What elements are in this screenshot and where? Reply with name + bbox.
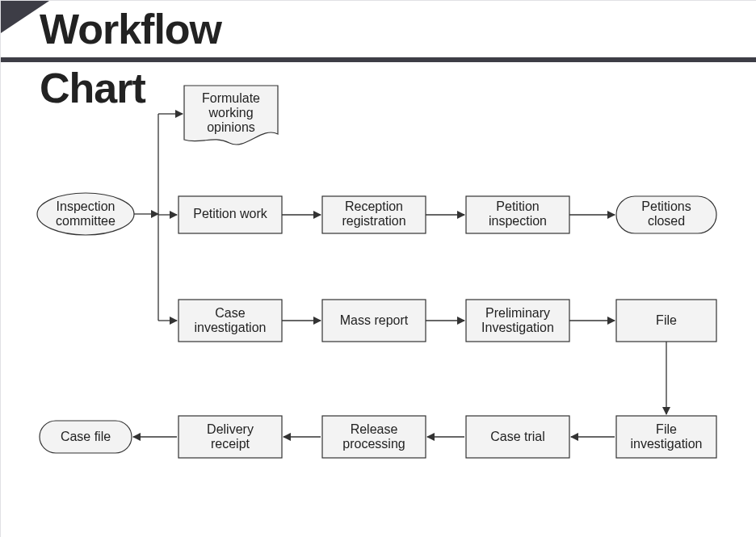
svg-text:Deliveryreceipt: Deliveryreceipt xyxy=(207,422,254,451)
svg-text:Receptionregistration: Receptionregistration xyxy=(342,199,405,228)
node-inspection-committee: Inspectioncommittee xyxy=(37,193,134,235)
node-mass-report: Mass report xyxy=(322,300,426,342)
node-delivery-receipt: Deliveryreceipt xyxy=(178,416,282,458)
svg-text:PreliminaryInvestigation: PreliminaryInvestigation xyxy=(481,306,554,334)
flowchart-canvas: Inspectioncommittee Formulateworkingopin… xyxy=(1,1,756,537)
node-case-investigation: Caseinvestigation xyxy=(178,300,282,342)
node-reception-registration: Receptionregistration xyxy=(322,196,426,233)
svg-text:Inspectioncommittee: Inspectioncommittee xyxy=(56,199,116,228)
svg-text:Petitionsclosed: Petitionsclosed xyxy=(641,199,691,228)
node-petition-work: Petition work xyxy=(178,196,282,233)
svg-text:Petitioninspection: Petitioninspection xyxy=(489,199,547,228)
node-petitions-closed: Petitionsclosed xyxy=(616,196,716,233)
svg-text:File: File xyxy=(656,313,677,327)
node-release-processing: Releaseprocessing xyxy=(322,416,426,458)
slide: Workflow Chart Inspectioncommittee Formu… xyxy=(0,0,756,537)
node-case-file: Case file xyxy=(40,421,132,453)
node-file-investigation: Fileinvestigation xyxy=(616,416,716,458)
svg-text:Formulateworkingopinions: Formulateworkingopinions xyxy=(202,91,260,134)
node-preliminary-investigation: PreliminaryInvestigation xyxy=(466,300,569,342)
node-file: File xyxy=(616,300,716,342)
node-case-trial: Case trial xyxy=(466,416,569,458)
node-petition-inspection: Petitioninspection xyxy=(466,196,569,233)
node-formulate-opinions: Formulateworkingopinions xyxy=(184,86,278,145)
svg-text:Petition work: Petition work xyxy=(193,207,268,220)
svg-text:Mass report: Mass report xyxy=(340,313,409,327)
svg-text:Case file: Case file xyxy=(61,430,111,443)
svg-text:Releaseprocessing: Releaseprocessing xyxy=(342,422,405,451)
svg-text:Case trial: Case trial xyxy=(490,430,545,443)
